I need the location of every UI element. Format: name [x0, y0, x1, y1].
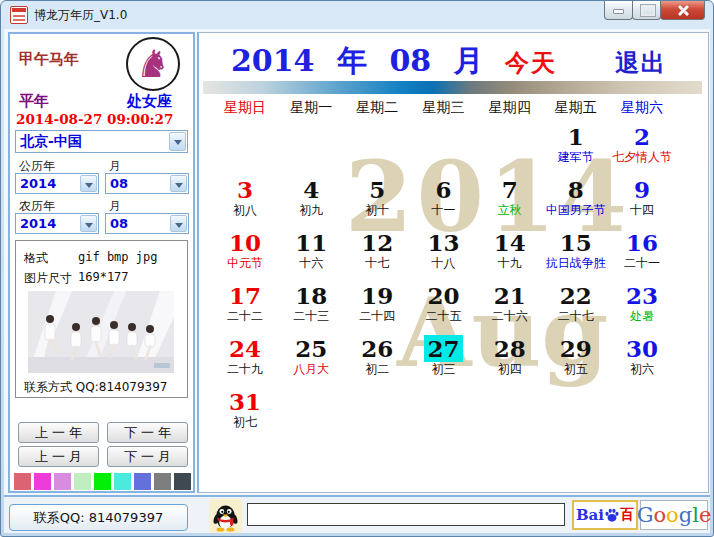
calendar-day-cell[interactable]: 27初三	[410, 335, 476, 388]
calendar-day-cell[interactable]: 10中元节	[212, 229, 278, 282]
color-swatch-1[interactable]	[34, 473, 51, 490]
calendar-day-cell[interactable]: 2七夕情人节	[609, 123, 675, 176]
calendar-day-cell[interactable]: 19二十四	[344, 282, 410, 335]
color-swatch-2[interactable]	[54, 473, 71, 490]
day-number[interactable]: 18	[292, 282, 330, 309]
location-select[interactable]: 北京-中国	[15, 130, 188, 153]
calendar-day-cell[interactable]: 13十八	[410, 229, 476, 282]
next-month-button[interactable]: 下一月	[107, 446, 188, 467]
calendar-day-cell[interactable]: 12十七	[344, 229, 410, 282]
calendar-day-cell[interactable]: 21二十六	[477, 282, 543, 335]
color-swatch-4[interactable]	[94, 473, 111, 490]
day-number[interactable]: 14	[491, 229, 529, 256]
day-number[interactable]: 29	[557, 335, 595, 362]
day-number[interactable]: 30	[623, 335, 661, 362]
maximize-button[interactable]	[632, 1, 661, 20]
search-input[interactable]	[247, 503, 565, 526]
day-number[interactable]: 2	[631, 123, 653, 150]
day-number[interactable]: 10	[226, 229, 264, 256]
prev-month-button[interactable]: 上一月	[18, 446, 99, 467]
day-number[interactable]: 5	[366, 176, 388, 203]
calendar-day-cell[interactable]: 20二十五	[410, 282, 476, 335]
calendar-day-cell[interactable]: 17二十二	[212, 282, 278, 335]
color-swatch-3[interactable]	[74, 473, 91, 490]
color-swatch-0[interactable]	[14, 473, 31, 490]
gregorian-year-select[interactable]: 2014	[15, 173, 99, 194]
calendar-day-cell[interactable]: 31初七	[212, 388, 278, 441]
day-number[interactable]: 7	[499, 176, 521, 203]
minimize-button[interactable]	[604, 1, 633, 20]
day-number[interactable]: 28	[491, 335, 529, 362]
color-swatch-8[interactable]	[174, 473, 191, 490]
location-dropdown-button[interactable]	[169, 132, 186, 151]
today-button[interactable]: 今天	[505, 47, 557, 79]
gregorian-month-dropdown-button[interactable]	[170, 175, 187, 192]
calendar-day-cell[interactable]: 7立秋	[477, 176, 543, 229]
calendar-day-cell[interactable]: 3初八	[212, 176, 278, 229]
lunar-year-dropdown-button[interactable]	[80, 215, 97, 232]
day-number[interactable]: 13	[424, 229, 462, 256]
day-number[interactable]: 24	[226, 335, 264, 362]
calendar-day-cell[interactable]: 28初四	[477, 335, 543, 388]
calendar-day-cell[interactable]: 14十九	[477, 229, 543, 282]
preview-image	[28, 291, 174, 373]
day-number[interactable]: 31	[226, 388, 264, 415]
calendar-day-cell[interactable]: 26初二	[344, 335, 410, 388]
day-number-today[interactable]: 27	[424, 335, 462, 362]
gregorian-year-dropdown-button[interactable]	[80, 175, 97, 192]
calendar-day-cell[interactable]: 22二十七	[543, 282, 609, 335]
weekday-header-5: 星期五	[543, 99, 609, 117]
day-number[interactable]: 25	[292, 335, 330, 362]
calendar-day-cell[interactable]: 24二十九	[212, 335, 278, 388]
contact-qq-button[interactable]: 联系QQ: 814079397	[9, 504, 188, 531]
day-number[interactable]: 9	[631, 176, 653, 203]
calendar-day-cell[interactable]: 30初六	[609, 335, 675, 388]
exit-button[interactable]: 退出	[615, 47, 667, 79]
day-number[interactable]: 1	[565, 123, 587, 150]
day-number[interactable]: 16	[623, 229, 661, 256]
calendar-day-cell[interactable]: 29初五	[543, 335, 609, 388]
day-number[interactable]: 11	[292, 229, 330, 256]
day-number[interactable]: 3	[234, 176, 256, 203]
prev-year-button[interactable]: 上一年	[18, 422, 99, 443]
gregorian-month-select[interactable]: 08	[105, 173, 189, 194]
day-number[interactable]: 8	[565, 176, 587, 203]
day-number[interactable]: 26	[358, 335, 396, 362]
weekday-header-1: 星期一	[278, 99, 344, 117]
calendar-day-cell[interactable]: 16二十一	[609, 229, 675, 282]
lunar-month-select[interactable]: 08	[105, 213, 189, 234]
baidu-button[interactable]: Bai 百	[572, 500, 638, 530]
day-number[interactable]: 17	[226, 282, 264, 309]
day-number[interactable]: 19	[358, 282, 396, 309]
day-number[interactable]: 21	[491, 282, 529, 309]
calendar-day-cell[interactable]: 25八月大	[278, 335, 344, 388]
calendar-day-cell[interactable]: 5初十	[344, 176, 410, 229]
close-button[interactable]	[660, 1, 705, 20]
calendar-day-cell[interactable]: 9十四	[609, 176, 675, 229]
color-swatch-6[interactable]	[134, 473, 151, 490]
calendar-day-cell[interactable]: 4初九	[278, 176, 344, 229]
calendar-app-icon	[10, 6, 28, 24]
next-year-button[interactable]: 下一年	[107, 422, 188, 443]
lunar-year-select[interactable]: 2014	[15, 213, 99, 234]
qq-icon[interactable]	[209, 499, 242, 533]
calendar-day-cell[interactable]: 18二十三	[278, 282, 344, 335]
calendar-day-cell[interactable]: 23处暑	[609, 282, 675, 335]
color-swatch-7[interactable]	[154, 473, 171, 490]
day-number[interactable]: 23	[623, 282, 661, 309]
day-number[interactable]: 20	[424, 282, 462, 309]
day-number[interactable]: 4	[300, 176, 322, 203]
lunar-month-dropdown-button[interactable]	[170, 215, 187, 232]
calendar-day-cell[interactable]: 8中国男子节	[543, 176, 609, 229]
calendar-day-cell[interactable]: 11十六	[278, 229, 344, 282]
calendar-day-cell[interactable]: 15抗日战争胜	[543, 229, 609, 282]
calendar-day-cell[interactable]: 6十一	[410, 176, 476, 229]
color-swatch-5[interactable]	[114, 473, 131, 490]
google-button[interactable]: Google	[640, 500, 708, 530]
calendar-day-cell[interactable]: 1建军节	[543, 123, 609, 176]
day-lunar-label: 二十四	[344, 309, 410, 323]
day-number[interactable]: 22	[557, 282, 595, 309]
day-number[interactable]: 6	[432, 176, 454, 203]
day-number[interactable]: 15	[557, 229, 595, 256]
day-number[interactable]: 12	[358, 229, 396, 256]
